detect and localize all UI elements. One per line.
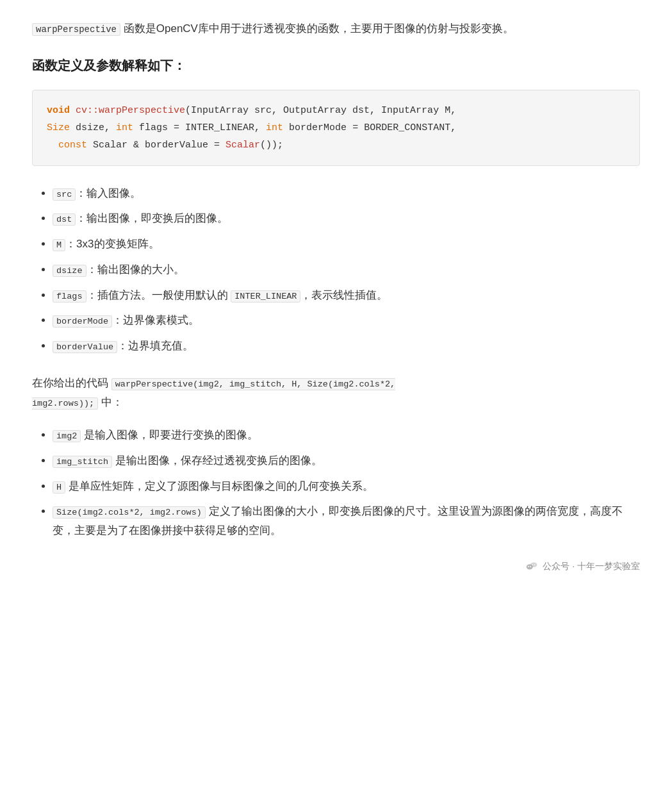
- param-flags-desc2: ，表示线性插值。: [300, 289, 388, 301]
- code-line3-end: ());: [260, 140, 283, 151]
- intro-text: 函数是OpenCV库中用于进行透视变换的函数，主要用于图像的仿射与投影变换。: [120, 22, 514, 35]
- param-list: src：输入图像。 dst：输出图像，即变换后的图像。 M：3x3的变换矩阵。 …: [32, 184, 640, 356]
- param-bordervalue-code: borderValue: [53, 341, 117, 353]
- code-line1-rest: (InputArray src, OutputArray dst, InputA…: [185, 105, 456, 116]
- code-kw-int1: int: [116, 122, 133, 133]
- param-flags-code: flags: [53, 290, 86, 303]
- body-text-block: 在你给出的代码 warpPerspective(img2, img_stitch…: [32, 374, 640, 413]
- code-val-scalar: Scalar: [225, 140, 260, 151]
- code-line2-rest1: dsize,: [70, 122, 116, 133]
- item-imgstitch: img_stitch 是输出图像，保存经过透视变换后的图像。: [53, 451, 640, 470]
- code-kw-const: const: [58, 140, 87, 151]
- param-flags-desc1: ：插值方法。一般使用默认的: [86, 289, 231, 301]
- param-bordervalue-desc: ：边界填充值。: [117, 340, 193, 352]
- item-img2: img2 是输入图像，即要进行变换的图像。: [53, 426, 640, 445]
- intro-paragraph: warpPerspective 函数是OpenCV库中用于进行透视变换的函数，主…: [32, 19, 640, 39]
- item-img2-code: img2: [53, 430, 81, 442]
- svg-point-1: [528, 566, 529, 567]
- param-src-desc: ：输入图像。: [76, 187, 141, 199]
- wechat-icon: [525, 559, 539, 573]
- param-bordermode: borderMode：边界像素模式。: [53, 311, 640, 330]
- section-heading: 函数定义及参数解释如下：: [32, 54, 640, 77]
- code-line3-rest: Scalar & borderValue =: [87, 140, 225, 151]
- param-bordermode-code: borderMode: [53, 315, 112, 328]
- svg-point-5: [534, 564, 536, 565]
- param-m-code: M: [53, 239, 65, 251]
- param-dst: dst：输出图像，即变换后的图像。: [53, 209, 640, 228]
- item-imgstitch-desc: 是输出图像，保存经过透视变换后的图像。: [112, 454, 322, 467]
- param-dsize-desc: ：输出图像的大小。: [86, 263, 184, 276]
- item-h: H 是单应性矩阵，定义了源图像与目标图像之间的几何变换关系。: [53, 477, 640, 496]
- param-dsize: dsize：输出图像的大小。: [53, 260, 640, 279]
- code-kw-int2: int: [266, 122, 283, 133]
- wechat-text: 公众号 · 十年一梦实验室: [543, 558, 640, 574]
- param-flags-extra: INTER_LINEAR: [231, 290, 300, 303]
- param-src: src：输入图像。: [53, 184, 640, 203]
- param-dst-desc: ：输出图像，即变换后的图像。: [76, 212, 228, 224]
- item-img2-desc: 是输入图像，即要进行变换的图像。: [81, 429, 258, 441]
- wechat-footer: 公众号 · 十年一梦实验室: [32, 558, 640, 574]
- intro-inline-code: warpPerspective: [32, 23, 120, 36]
- body-text-prefix: 在你给出的代码: [32, 377, 111, 389]
- code-kw-size: Size: [47, 122, 70, 133]
- item-size-code: Size(img2.cols*2, img2.rows): [53, 506, 206, 519]
- item-h-desc: 是单应性矩阵，定义了源图像与目标图像之间的几何变换关系。: [65, 480, 373, 492]
- param-dsize-code: dsize: [53, 265, 86, 277]
- body-text-suffix: 中：: [98, 396, 123, 408]
- param-flags: flags：插值方法。一般使用默认的 INTER_LINEAR，表示线性插值。: [53, 286, 640, 305]
- param-bordervalue: borderValue：边界填充值。: [53, 337, 640, 356]
- svg-point-3: [530, 563, 537, 567]
- svg-point-2: [530, 566, 532, 567]
- param-m-desc: ：3x3的变换矩阵。: [65, 238, 159, 250]
- param-dst-code: dst: [53, 213, 76, 226]
- param-bordermode-desc: ：边界像素模式。: [112, 314, 199, 326]
- svg-point-4: [532, 564, 534, 565]
- param-m: M：3x3的变换矩阵。: [53, 235, 640, 254]
- code-line2-rest2: flags = INTER_LINEAR,: [133, 122, 266, 133]
- item-size: Size(img2.cols*2, img2.rows) 定义了输出图像的大小，…: [53, 502, 640, 540]
- code-fn-name: cv::warpPerspective: [76, 105, 185, 116]
- param-src-code: src: [53, 188, 76, 201]
- code-block: void cv::warpPerspective(InputArray src,…: [32, 90, 640, 166]
- param-list-2: img2 是输入图像，即要进行变换的图像。 img_stitch 是输出图像，保…: [32, 426, 640, 540]
- item-h-code: H: [53, 481, 65, 494]
- code-kw-void: void: [47, 105, 70, 116]
- item-imgstitch-code: img_stitch: [53, 456, 112, 468]
